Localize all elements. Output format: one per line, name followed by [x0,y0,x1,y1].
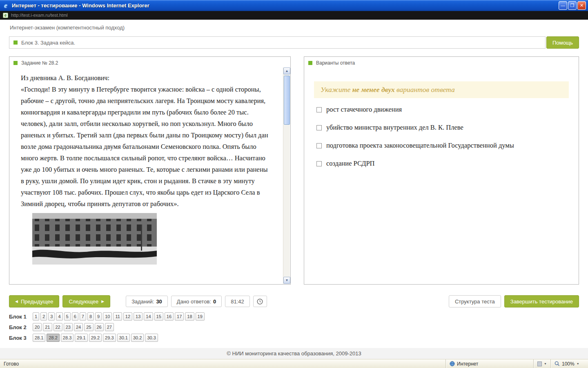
help-button[interactable]: Помощь [546,36,579,49]
question-cell[interactable]: 29.2 [89,334,102,342]
task-title: Задание № 28.2 [21,60,58,66]
question-cell[interactable]: 28.3 [61,334,74,342]
title-bar: e Интернет - тестирование - Windows Inte… [0,0,588,11]
address-bar: e http://test.i-exam.ru/test.html [0,11,588,20]
next-button[interactable]: Следующее ▶ [62,295,110,307]
block-header-label: Блок 3. Задача кейса. [21,40,75,46]
ie-logo-icon: e [2,2,9,9]
task-text: Из дневника А. В. Богданович: «Господи! … [9,69,290,265]
option-checkbox[interactable] [316,161,322,166]
question-cell[interactable]: 28.1 [33,334,45,342]
footer-text: © НИИ мониторинга качества образования, … [227,350,361,357]
question-cell[interactable]: 18 [185,312,194,321]
option-label[interactable]: создание РСДРП [326,159,375,168]
question-cell[interactable]: 24 [74,323,83,331]
status-zone: Интернет [445,359,533,368]
prev-arrow-icon: ◀ [15,300,18,303]
zoom-control[interactable]: 100% ▼ [550,359,588,368]
url-field[interactable]: http://test.i-exam.ru/test.html [11,13,68,18]
block-row-3: Блок 3 28.128.228.329.129.229.330.130.23… [9,334,579,342]
bullet-icon [308,61,312,65]
task-scrollbar[interactable]: ▲ ▼ [283,67,290,284]
option-label[interactable]: рост стачечного движения [326,105,402,114]
timer-toggle-button[interactable] [253,296,267,307]
scroll-thumb[interactable] [284,76,290,125]
question-cell[interactable]: 10 [103,312,112,321]
close-button[interactable]: ✕ [577,1,586,10]
question-cell[interactable]: 30.3 [145,334,158,342]
question-cell[interactable]: 29.1 [75,334,87,342]
question-cell[interactable]: 5 [64,312,71,321]
question-navigation: Блок 1 12345678910111213141516171819 Бло… [9,312,579,342]
page-actions-icon [537,361,542,366]
question-cell[interactable]: 30.2 [131,334,144,342]
options-list: рост стачечного движения убийство минист… [316,105,569,168]
question-cell[interactable]: 6 [72,312,78,321]
status-bar: Готово Интернет ▼ 100% ▼ [0,359,588,368]
block-label: Блок 2 [9,324,33,330]
tasks-count-box: Заданий:30 [126,296,168,307]
clock-icon [257,298,263,305]
timer-box: 81:42 [225,296,250,307]
answer-hint: Укажите не менее двух вариантов ответа [314,81,569,98]
question-cell[interactable]: 28.2 [47,334,59,342]
page-footer: © НИИ мониторинга качества образования, … [0,348,588,359]
page-actions-control[interactable]: ▼ [533,359,550,368]
block-header: Блок 3. Задача кейса. [9,36,546,49]
question-cell[interactable]: 15 [154,312,163,321]
question-cell[interactable]: 7 [80,312,86,321]
question-cell[interactable]: 3 [48,312,55,321]
zoom-icon [555,361,560,366]
maximize-button[interactable]: ❐ [568,1,577,10]
bullet-icon [13,61,18,65]
question-cell[interactable]: 22 [53,323,62,331]
block-row-1: Блок 1 12345678910111213141516171819 [9,312,579,321]
task-photo [32,213,157,265]
window-title: Интернет - тестирование - Windows Intern… [12,2,149,9]
question-cell[interactable]: 27 [105,323,114,331]
question-cell[interactable]: 9 [95,312,102,321]
option-label[interactable]: подготовка проекта законосовещательной Г… [326,141,514,150]
task-quote: «Господи! В эту минуту в Петербурге твор… [21,84,271,210]
question-cell[interactable]: 13 [134,312,143,321]
question-cell[interactable]: 19 [196,312,205,321]
question-cell[interactable]: 8 [87,312,94,321]
page-favicon-icon: e [3,13,8,18]
minimize-button[interactable]: — [559,1,567,10]
browser-window: e Интернет - тестирование - Windows Inte… [0,0,588,368]
block-label: Блок 3 [9,335,33,341]
page-title: Интернет-экзамен (компетентностный подхо… [0,20,588,31]
option-checkbox[interactable] [316,125,322,130]
previous-button[interactable]: ◀ Предыдущее [9,295,59,307]
answers-title: Варианты ответа [316,60,355,66]
question-cell[interactable]: 23 [64,323,73,331]
question-cell[interactable]: 26 [95,323,104,331]
question-cell[interactable]: 20 [33,323,42,331]
scroll-up-button[interactable]: ▲ [283,67,290,74]
option-label[interactable]: убийство министра внутренних дел В. К. П… [326,123,463,132]
question-cell[interactable]: 30.1 [117,334,130,342]
question-cell[interactable]: 1 [33,312,39,321]
question-cell[interactable]: 17 [175,312,184,321]
scroll-down-button[interactable]: ▼ [283,277,290,284]
question-cell[interactable]: 16 [165,312,174,321]
finish-test-button[interactable]: Завершить тестирование [504,295,579,307]
question-cell[interactable]: 11 [113,312,122,321]
next-arrow-icon: ▶ [101,300,104,303]
question-cell[interactable]: 12 [123,312,132,321]
question-cell[interactable]: 25 [84,323,93,331]
question-cell[interactable]: 2 [40,312,47,321]
option-checkbox[interactable] [316,107,322,112]
dropdown-arrow-icon: ▼ [544,362,547,365]
block-label: Блок 1 [9,314,33,320]
bullet-icon [13,40,18,45]
question-cell[interactable]: 4 [56,312,62,321]
question-cell[interactable]: 29.3 [103,334,116,342]
question-cell[interactable]: 21 [43,323,52,331]
option-checkbox[interactable] [316,143,322,148]
question-cell[interactable]: 14 [144,312,153,321]
globe-icon [450,361,455,366]
block-row-2: Блок 2 2021222324252627 [9,323,579,331]
test-structure-button[interactable]: Структура теста [449,295,501,307]
option-row: убийство министра внутренних дел В. К. П… [316,123,569,132]
